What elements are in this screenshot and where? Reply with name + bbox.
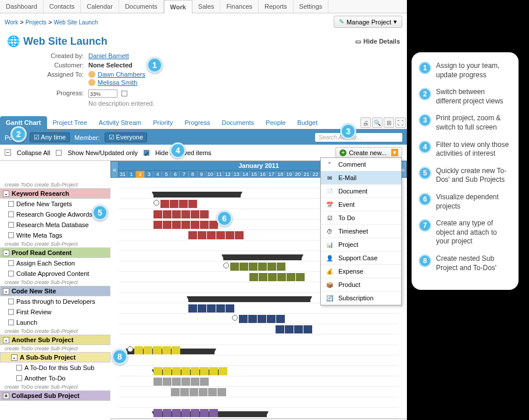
breadcrumb-link[interactable]: Projects — [26, 19, 47, 26]
task-checkbox[interactable] — [8, 320, 14, 325]
menu-item-subscription[interactable]: 🔄Subscription — [321, 292, 401, 305]
gantt-bar[interactable] — [276, 325, 313, 333]
menu-item-comment[interactable]: “Comment — [321, 158, 401, 171]
grid-icon[interactable]: ⊞ — [384, 117, 394, 128]
create-links[interactable]: create ToDo create Sub-Project — [0, 279, 110, 286]
hide-archived-checkbox[interactable]: ✓ — [144, 150, 149, 156]
view-tab-project-tree[interactable]: Project Tree — [47, 116, 93, 129]
gantt-bar[interactable] — [171, 388, 227, 396]
task-group[interactable]: -A Sub-Sub Project — [0, 352, 110, 362]
tab-dashboard[interactable]: Dashboard — [0, 0, 44, 13]
task-row[interactable]: Pass through to Developers — [0, 296, 110, 307]
tab-settings[interactable]: Settings — [294, 0, 329, 13]
view-tab-activity-stream[interactable]: Activity Stream — [93, 116, 147, 129]
member-select[interactable]: ☑ Everyone — [105, 132, 148, 142]
menu-item-document[interactable]: 📄Document — [321, 185, 401, 198]
task-row[interactable]: A To-Do for this Sub Sub — [0, 362, 110, 373]
progress-checkbox[interactable] — [121, 91, 127, 96]
tab-calendar[interactable]: Calendar — [81, 0, 119, 13]
task-group[interactable]: -Another Sub Project — [0, 335, 110, 345]
collapse-toggle-icon[interactable]: - — [3, 337, 9, 343]
gantt-bar[interactable] — [188, 296, 310, 302]
task-checkbox[interactable] — [8, 201, 14, 207]
period-select[interactable]: ☑ Any time — [30, 132, 70, 142]
gantt-bar[interactable] — [153, 367, 228, 375]
gantt-bar[interactable] — [188, 304, 235, 313]
gantt-bar[interactable] — [249, 273, 305, 281]
manage-project-button[interactable]: ✎ Manage Project ▾ — [334, 16, 402, 28]
assigned-person-link[interactable]: Dawn Chambers — [98, 71, 145, 78]
task-group[interactable]: -Code New Site — [0, 286, 110, 296]
menu-item-to-do[interactable]: ☑To Do — [321, 211, 401, 225]
task-checkbox[interactable] — [16, 365, 22, 371]
create-links[interactable]: create ToDo create Sub-Project — [0, 328, 110, 335]
menu-item-expense[interactable]: 💰Expense — [321, 265, 401, 278]
task-row[interactable]: Research Meta Database — [0, 220, 110, 230]
gantt-bar[interactable] — [127, 346, 181, 354]
search-input[interactable]: Search Activity... — [315, 133, 402, 142]
zoom-icon[interactable]: 🔍 — [372, 117, 383, 128]
collapse-toggle-icon[interactable]: + — [3, 393, 9, 399]
breadcrumb-link[interactable]: Work — [5, 19, 18, 26]
gantt-bar[interactable] — [223, 263, 286, 271]
collapse-toggle-icon[interactable]: - — [3, 288, 9, 295]
task-checkbox[interactable] — [8, 222, 14, 228]
tab-documents[interactable]: Documents — [119, 0, 164, 13]
print-icon[interactable]: 🖨 — [360, 117, 371, 128]
gantt-bar[interactable] — [153, 192, 241, 198]
task-checkbox[interactable] — [8, 309, 14, 315]
create-new-button[interactable]: + Create new... ▾ “Comment✉E-Mail📄Docume… — [335, 147, 402, 158]
gantt-bar[interactable] — [153, 409, 219, 417]
create-links[interactable]: create ToDo create Sub-Project — [0, 181, 110, 188]
task-checkbox[interactable] — [8, 260, 14, 266]
gantt-bar[interactable] — [223, 254, 302, 260]
breadcrumb-link[interactable]: Web Site Launch — [53, 19, 98, 26]
task-checkbox[interactable] — [8, 271, 14, 277]
menu-item-project[interactable]: 📊Project — [321, 238, 401, 252]
menu-item-e-mail[interactable]: ✉E-Mail — [321, 171, 401, 185]
menu-item-support-case[interactable]: 👤Support Case — [321, 252, 401, 265]
task-checkbox[interactable] — [8, 299, 14, 304]
fullscreen-icon[interactable]: ⛶ — [395, 117, 406, 128]
view-tab-priority[interactable]: Priority — [147, 116, 178, 129]
collapse-all-label[interactable]: Collapse All — [17, 149, 50, 156]
collapse-all-icon[interactable]: − — [5, 149, 11, 156]
gantt-bar[interactable] — [153, 200, 198, 208]
create-links[interactable]: create ToDo create Sub-Project — [0, 383, 110, 390]
create-links[interactable]: create ToDo create Sub-Project — [0, 240, 110, 247]
tab-sales[interactable]: Sales — [192, 0, 221, 13]
task-row[interactable]: First Review — [0, 307, 110, 317]
task-row[interactable]: Assign Each Section — [0, 258, 110, 268]
view-tab-people[interactable]: People — [260, 116, 291, 129]
collapse-toggle-icon[interactable]: - — [3, 250, 9, 256]
gantt-bar[interactable] — [153, 210, 209, 218]
tab-finances[interactable]: Finances — [220, 0, 259, 13]
tab-contacts[interactable]: Contacts — [44, 0, 81, 13]
tab-work[interactable]: Work — [164, 0, 192, 13]
view-tab-documents[interactable]: Documents — [216, 116, 260, 129]
task-group[interactable]: +Collapsed Sub Project — [0, 390, 110, 401]
collapse-toggle-icon[interactable]: - — [3, 191, 9, 197]
menu-item-product[interactable]: 📦Product — [321, 278, 401, 292]
task-checkbox[interactable] — [8, 211, 14, 217]
scroll-left-button[interactable]: « — [110, 161, 119, 178]
task-checkbox[interactable] — [16, 375, 22, 381]
gantt-bar[interactable] — [153, 221, 219, 229]
task-group[interactable]: -Proof Read Content — [0, 247, 110, 258]
create-links[interactable]: create ToDo create Sub-Project — [0, 345, 110, 352]
view-tab-progress[interactable]: Progress — [178, 116, 216, 129]
task-group[interactable]: -Keyword Research — [0, 188, 110, 199]
hide-details-button[interactable]: ▭ Hide Details — [355, 38, 400, 45]
assigned-person-link[interactable]: Melissa Smith — [98, 79, 137, 86]
task-row[interactable]: Collate Approved Content — [0, 268, 110, 279]
task-row[interactable]: Write Meta Tags — [0, 230, 110, 240]
gantt-bar[interactable] — [232, 315, 285, 323]
tab-reports[interactable]: Reports — [259, 0, 294, 13]
menu-item-timesheet[interactable]: ⏱Timesheet — [321, 225, 401, 238]
view-tab-budget[interactable]: Budget — [291, 116, 323, 129]
collapse-toggle-icon[interactable]: - — [11, 354, 17, 361]
menu-item-event[interactable]: 📅Event — [321, 198, 401, 211]
show-new-checkbox[interactable] — [56, 150, 62, 156]
task-checkbox[interactable] — [8, 232, 14, 238]
gantt-bar[interactable] — [188, 231, 244, 239]
